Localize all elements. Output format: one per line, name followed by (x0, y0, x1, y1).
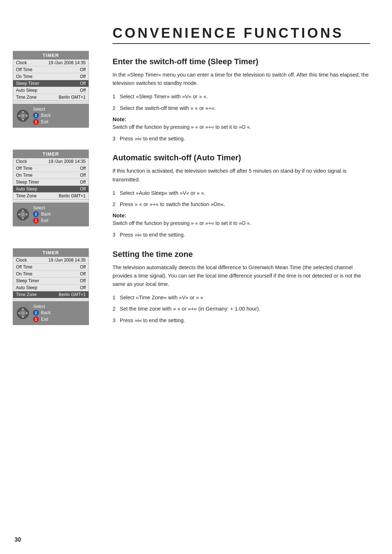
select-text-1: Select (33, 107, 45, 112)
time-zone-step2: 2 Set the time zone with » « or »+« (in … (113, 305, 370, 313)
control-labels-3: Select 2 Back 1 Exit (33, 304, 51, 322)
timer-title-3: TIMER (13, 249, 89, 257)
exit-text-2: Exit (41, 218, 48, 223)
exit-circle-1: 1 (33, 119, 39, 125)
select-label-row-3: Select (33, 304, 51, 309)
select-text-3: Select (33, 304, 45, 309)
timer-row-clock-1: Clock 19 /Jun 2008 14:35 (13, 59, 89, 66)
time-zone-step3: 3 Press »i« to end the setting. (113, 316, 370, 325)
auto-timer-step2: 2 Press » « or »+« to switch the functio… (113, 200, 370, 209)
time-zone-steps: 1 Select »Time Zone« with »V« or » « 2 S… (113, 294, 370, 313)
timer-row-ontime-1: On Time Off (13, 73, 89, 80)
back-circle-3: 2 (33, 310, 39, 316)
exit-label-row-3: 1 Exit (33, 316, 51, 322)
jog-dial-icon-1 (16, 109, 29, 122)
auto-timer-note-text: Switch off the function by pressing » « … (113, 219, 370, 227)
timer-row-offtime-2: Off Time Off (13, 165, 89, 172)
svg-point-16 (21, 311, 25, 315)
jog-dial-icon-2 (16, 208, 29, 221)
section-sleep-timer: Enter the switch-off time (Sleep Timer) … (113, 57, 370, 143)
control-labels-1: Select 2 Back 1 Exit (33, 107, 51, 125)
exit-label-row-2: 1 Exit (33, 218, 51, 223)
sleep-timer-heading: Enter the switch-off time (Sleep Timer) (113, 57, 370, 66)
auto-timer-step2-text: Press » « or »+« to switch the function … (120, 200, 370, 209)
timer-row-autosleep-3: Auto Sleep Off (13, 284, 89, 291)
right-column: CONVENIENCE FUNCTIONS Enter the switch-o… (102, 15, 392, 539)
timer-row-autosleep-2: Auto Sleep Off (13, 186, 89, 193)
control-bar-1: Select 2 Back 1 Exit (13, 104, 89, 128)
sleep-timer-note-text: Switch off the function by pressing » « … (113, 123, 370, 131)
back-label-row-1: 2 Back (33, 112, 51, 118)
time-zone-step1: 1 Select »Time Zone« with »V« or » « (113, 294, 370, 302)
section-auto-timer: Automatic switch-off (Auto Timer) If thi… (113, 153, 370, 239)
timer-menu-3: TIMER Clock 19 /Jun 2008 14:35 Off Time … (13, 248, 89, 325)
timer-row-timezone-3: Time Zone Berlin GMT+1 (13, 291, 89, 298)
timer-box-2: TIMER Clock 19 /Jun 2008 14:35 Off Time … (13, 149, 89, 200)
auto-timer-step1-text: Select »Auto Sleep« with »V« or » «. (120, 189, 370, 197)
sleep-timer-step3: 3 Press »i« to end the setting. (113, 135, 370, 143)
back-label-row-2: 2 Back (33, 211, 51, 217)
timer-row-timezone-2: Time Zone Berlin GMT+1 (13, 193, 89, 199)
auto-timer-heading: Automatic switch-off (Auto Timer) (113, 153, 370, 163)
timer-menu-1: TIMER Clock 19 /Jun 2008 14:35 Off Time … (13, 51, 89, 128)
back-circle-1: 2 (33, 112, 39, 118)
select-label-row-2: Select (33, 205, 51, 210)
auto-timer-steps: 1 Select »Auto Sleep« with »V« or » «. 2… (113, 189, 370, 209)
timer-row-sleep-2: Sleep Timer Off (13, 179, 89, 186)
page-number: 30 (15, 537, 21, 543)
exit-text-3: Exit (41, 317, 48, 322)
time-zone-step3-text: Press »i« to end the setting. (120, 316, 370, 325)
exit-label-row-1: 1 Exit (33, 119, 51, 125)
timer-row-ontime-2: On Time Off (13, 172, 89, 179)
select-text-2: Select (33, 205, 45, 210)
sleep-timer-note-label: Note: (113, 116, 370, 122)
control-bar-2: Select 2 Back 1 Exit (13, 202, 89, 226)
time-zone-heading: Setting the time zone (113, 250, 370, 259)
timer-row-clock-3: Clock 19 /Jun 2008 14:35 (13, 257, 89, 264)
sleep-timer-steps: 1 Select »Sleep Timer« with »V« or » «. … (113, 93, 370, 112)
auto-timer-step3: 3 Press »i« to end the setting. (113, 231, 370, 239)
control-bar-3: Select 2 Back 1 Exit (13, 301, 89, 325)
time-zone-step1-text: Select »Time Zone« with »V« or » « (120, 294, 370, 302)
sleep-timer-step1-text: Select »Sleep Timer« with »V« or » «. (120, 93, 370, 101)
timer-row-offtime-3: Off Time Off (13, 264, 89, 271)
page-title: CONVENIENCE FUNCTIONS (113, 25, 370, 44)
back-text-2: Back (41, 212, 51, 217)
timer-row-clock-2: Clock 19 /Jun 2008 14:35 (13, 158, 89, 165)
sleep-timer-note: Note: Switch off the function by pressin… (113, 116, 370, 131)
auto-timer-step1: 1 Select »Auto Sleep« with »V« or » «. (113, 189, 370, 197)
auto-timer-note: Note: Switch off the function by pressin… (113, 212, 370, 227)
auto-timer-intro: If this function is activated, the telev… (113, 167, 370, 184)
timer-row-offtime-1: Off Time Off (13, 66, 89, 73)
exit-circle-3: 1 (33, 316, 39, 322)
exit-text-1: Exit (41, 119, 48, 124)
timer-title-2: TIMER (13, 150, 89, 158)
svg-point-2 (21, 114, 25, 118)
timer-box-3: TIMER Clock 19 /Jun 2008 14:35 Off Time … (13, 248, 89, 298)
timer-title-1: TIMER (13, 51, 89, 59)
select-label-row-1: Select (33, 107, 51, 112)
timer-box-1: TIMER Clock 19 /Jun 2008 14:35 Off Time … (13, 51, 89, 101)
sleep-timer-step3-text: Press »i« to end the setting. (120, 135, 370, 143)
timer-row-timezone-1: Time Zone Berlin GMT+1 (13, 94, 89, 100)
back-circle-2: 2 (33, 211, 39, 217)
section-time-zone: Setting the time zone The television aut… (113, 250, 370, 325)
back-label-row-3: 2 Back (33, 310, 51, 316)
exit-circle-2: 1 (33, 218, 39, 223)
sleep-timer-step2: 2 Select the switch-off time with » « or… (113, 104, 370, 112)
timer-row-sleep-1: Sleep Timer Off (13, 80, 89, 87)
time-zone-step2-text: Set the time zone with » « or »+« (in Ge… (120, 305, 370, 313)
auto-timer-step3-text: Press »i« to end the setting. (120, 231, 370, 239)
auto-timer-note-label: Note: (113, 212, 370, 218)
timer-row-autosleep-1: Auto Sleep Off (13, 87, 89, 94)
timer-menu-2: TIMER Clock 19 /Jun 2008 14:35 Off Time … (13, 149, 89, 226)
timer-row-sleep-3: Sleep Timer Off (13, 278, 89, 284)
sleep-timer-step2-text: Select the switch-off time with » « or »… (120, 104, 370, 112)
back-text-3: Back (41, 310, 51, 315)
svg-point-9 (21, 213, 25, 216)
sleep-timer-step1: 1 Select »Sleep Timer« with »V« or » «. (113, 93, 370, 101)
sleep-timer-intro: In the »Sleep Timer« menu you can enter … (113, 71, 370, 87)
timer-row-ontime-3: On Time Off (13, 271, 89, 278)
left-column: TIMER Clock 19 /Jun 2008 14:35 Off Time … (0, 15, 102, 539)
jog-dial-icon-3 (16, 307, 29, 320)
